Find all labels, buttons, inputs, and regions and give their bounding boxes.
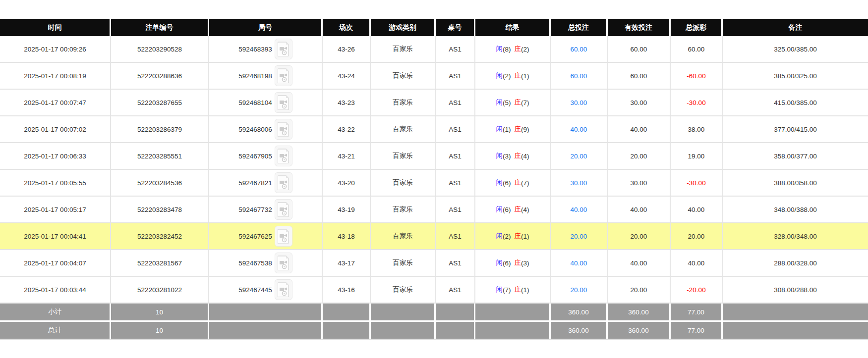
result-cell: 闲(7)庄(1): [475, 277, 551, 303]
banker-result-label: 庄: [515, 232, 521, 241]
video-replay-button[interactable]: [275, 199, 292, 220]
table-no-cell: AS1: [436, 143, 475, 169]
payout-value: 40.00: [688, 259, 705, 267]
bet-id-cell: 522203288636: [111, 63, 209, 89]
time-cell: 2025-01-17 00:06:33: [0, 143, 111, 169]
total-valid-bet: 360.00: [608, 322, 671, 339]
subtotal-valid-bet: 360.00: [608, 304, 671, 320]
banker-result-score: (7): [521, 179, 529, 187]
total-payout: 77.00: [671, 322, 723, 339]
banker-result-label: 庄: [515, 205, 521, 214]
valid-bet-cell: 40.00: [608, 116, 671, 142]
table-no-cell: AS1: [436, 63, 475, 89]
bet-id-cell: 522203290528: [111, 36, 209, 62]
video-replay-button[interactable]: [275, 92, 292, 113]
video-icon: [278, 229, 289, 244]
round-id: 592468393: [238, 46, 272, 53]
session-cell: 43-22: [323, 116, 371, 142]
remark-cell: 377.00/415.00: [723, 116, 868, 142]
valid-bet-cell: 20.00: [608, 143, 671, 169]
table-row[interactable]: 2025-01-17 00:04:07 522203281567 5924675…: [0, 250, 868, 277]
video-icon: [278, 175, 289, 190]
table-row[interactable]: 2025-01-17 00:07:02 522203286379 5924680…: [0, 116, 868, 143]
table-row[interactable]: 2025-01-17 00:03:44 522203281022 5924674…: [0, 277, 868, 304]
game-type-cell: 百家乐: [371, 36, 436, 62]
banker-result-score: (2): [521, 46, 529, 53]
remark-cell: 348.00/388.00: [723, 197, 868, 222]
round-id: 592467821: [238, 179, 272, 187]
video-replay-button[interactable]: [275, 279, 292, 300]
video-replay-button[interactable]: [275, 119, 292, 140]
video-icon: [278, 202, 289, 217]
session-cell: 43-18: [323, 223, 371, 249]
table-no-cell: AS1: [436, 197, 475, 222]
player-result-score: (5): [503, 99, 511, 106]
col-header-result: 结果: [475, 19, 551, 36]
total-bet-cell: 20.00: [551, 277, 608, 303]
payout-cell: 40.00: [671, 250, 723, 276]
table-row[interactable]: 2025-01-17 00:05:17 522203283478 5924677…: [0, 197, 868, 223]
video-icon: [278, 95, 289, 110]
valid-bet-cell: 20.00: [608, 277, 671, 303]
table-row[interactable]: 2025-01-17 00:06:33 522203285551 5924679…: [0, 143, 868, 170]
game-type-cell: 百家乐: [371, 90, 436, 115]
banker-result-score: (9): [521, 126, 529, 133]
banker-result-score: (3): [521, 259, 529, 267]
table-row[interactable]: 2025-01-17 00:08:19 522203288636 5924681…: [0, 63, 868, 90]
video-replay-button[interactable]: [275, 39, 292, 59]
payout-value: 38.00: [688, 126, 705, 133]
table-no-cell: AS1: [436, 170, 475, 196]
video-replay-button[interactable]: [275, 226, 292, 247]
table-row[interactable]: 2025-01-17 00:05:55 522203284536 5924678…: [0, 170, 868, 197]
banker-result-score: (7): [521, 99, 529, 106]
player-result-score: (3): [503, 153, 511, 160]
time-cell: 2025-01-17 00:07:02: [0, 116, 111, 142]
result-cell: 闲(2)庄(1): [475, 223, 551, 249]
result-cell: 闲(5)庄(7): [475, 90, 551, 115]
game-type-cell: 百家乐: [371, 250, 436, 276]
valid-bet-cell: 60.00: [608, 36, 671, 62]
player-result-label: 闲: [496, 98, 503, 107]
total-total-bet: 360.00: [551, 322, 608, 339]
player-result-score: (2): [503, 233, 511, 240]
payout-value: -60.00: [687, 72, 705, 80]
bet-id-cell: 522203283478: [111, 197, 209, 222]
video-replay-button[interactable]: [275, 253, 292, 273]
payout-cell: -30.00: [671, 170, 723, 196]
player-result-label: 闲: [496, 178, 503, 187]
banker-result-score: (1): [521, 72, 529, 80]
game-type-cell: 百家乐: [371, 143, 436, 169]
table-row-highlighted[interactable]: 2025-01-17 00:04:41 522203282452 5924676…: [0, 223, 868, 250]
table-row[interactable]: 2025-01-17 00:07:47 522203287655 5924681…: [0, 90, 868, 116]
result-cell: 闲(6)庄(7): [475, 170, 551, 196]
subtotal-row: 小计 10 360.00 360.00 77.00: [0, 304, 868, 322]
round-cell: 592467625: [209, 223, 323, 249]
bet-history-table: 时间 注单编号 局号 场次 游戏类别 桌号 结果 总投注 有效投注 总派彩 备注…: [0, 19, 868, 340]
bet-id-cell: 522203282452: [111, 223, 209, 249]
banker-result-label: 庄: [515, 98, 521, 107]
total-label: 总计: [0, 322, 111, 339]
col-header-valid-bet: 有效投注: [608, 19, 671, 36]
table-no-cell: AS1: [436, 223, 475, 249]
round-id: 592468104: [238, 99, 272, 106]
game-type-cell: 百家乐: [371, 170, 436, 196]
remark-cell: 308.00/288.00: [723, 277, 868, 303]
player-result-score: (6): [503, 179, 511, 187]
video-replay-button[interactable]: [275, 146, 292, 166]
payout-cell: 60.00: [671, 36, 723, 62]
col-header-payout: 总派彩: [671, 19, 723, 36]
session-cell: 43-20: [323, 170, 371, 196]
payout-value: -30.00: [687, 179, 705, 187]
col-header-table-no: 桌号: [436, 19, 475, 36]
player-result-score: (2): [503, 72, 511, 80]
valid-bet-cell: 30.00: [608, 90, 671, 115]
player-result-score: (6): [503, 206, 511, 213]
banker-result-score: (4): [521, 206, 529, 213]
remark-cell: 288.00/328.00: [723, 250, 868, 276]
table-header-row: 时间 注单编号 局号 场次 游戏类别 桌号 结果 总投注 有效投注 总派彩 备注: [0, 19, 868, 36]
video-replay-button[interactable]: [275, 172, 292, 193]
payout-cell: -60.00: [671, 63, 723, 89]
video-replay-button[interactable]: [275, 65, 292, 86]
total-bet-cell: 40.00: [551, 250, 608, 276]
table-row[interactable]: 2025-01-17 00:09:26 522203290528 5924683…: [0, 36, 868, 63]
